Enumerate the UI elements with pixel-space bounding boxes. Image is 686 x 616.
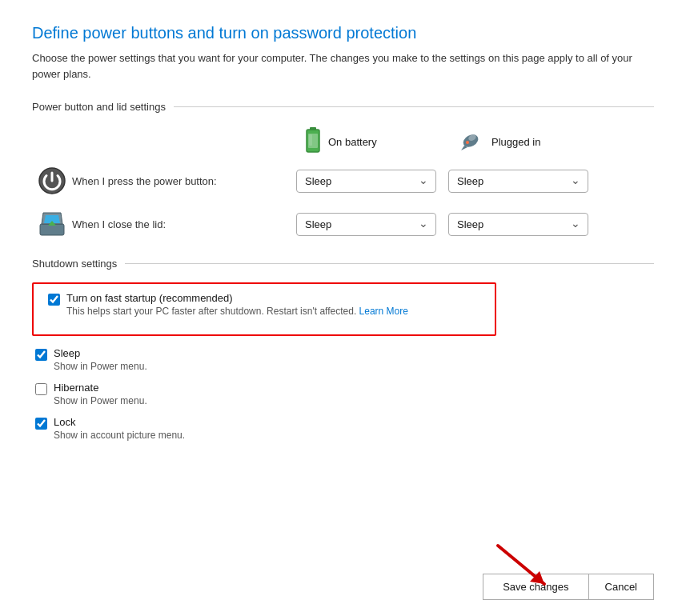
hibernate-row: Hibernate Show in Power menu. <box>32 382 654 406</box>
lid-battery-select-wrap[interactable]: Do nothing Sleep Hibernate Shut down Tur… <box>296 213 436 236</box>
lock-row: Lock Show in account picture menu. <box>32 416 654 441</box>
fast-startup-label-group: Turn on fast startup (recommended) This … <box>66 292 408 317</box>
lock-label[interactable]: Lock <box>54 416 185 428</box>
power-battery-select[interactable]: Do nothing Sleep Hibernate Shut down Tur… <box>296 170 436 193</box>
section1-label: Power button and lid settings <box>32 101 174 113</box>
lid-row: When I close the lid: Do nothing Sleep H… <box>32 210 654 238</box>
col-battery: On battery <box>304 126 456 158</box>
col-plugged-label: Plugged in <box>491 136 540 148</box>
fast-startup-row: Turn on fast startup (recommended) This … <box>45 292 483 317</box>
lock-checkbox[interactable] <box>35 418 47 430</box>
cancel-button[interactable]: Cancel <box>589 574 654 600</box>
svg-rect-1 <box>310 127 316 130</box>
section2-line <box>125 263 654 264</box>
sleep-row: Sleep Show in Power menu. <box>32 347 654 372</box>
learn-more-link[interactable]: Learn More <box>359 306 408 317</box>
lid-battery-select[interactable]: Do nothing Sleep Hibernate Shut down Tur… <box>296 213 436 236</box>
page-description: Choose the power settings that you want … <box>32 50 640 82</box>
fast-startup-checkbox[interactable] <box>48 294 60 306</box>
sleep-checkbox[interactable] <box>35 349 47 361</box>
save-button[interactable]: Save changes <box>483 574 588 600</box>
hibernate-label-group: Hibernate Show in Power menu. <box>54 382 147 406</box>
sleep-label-group: Sleep Show in Power menu. <box>54 347 147 372</box>
sleep-sublabel: Show in Power menu. <box>54 361 147 372</box>
col-plugged: Plugged in <box>456 130 608 154</box>
svg-rect-9 <box>40 224 64 235</box>
hibernate-label[interactable]: Hibernate <box>54 382 147 394</box>
sleep-label[interactable]: Sleep <box>54 347 147 359</box>
bottom-bar: Save changes Cancel <box>483 574 654 600</box>
fast-startup-sublabel: This helps start your PC faster after sh… <box>66 306 408 317</box>
power-plugged-select-wrap[interactable]: Do nothing Sleep Hibernate Shut down Tur… <box>448 170 588 193</box>
column-headers: On battery Plugged in <box>304 126 654 158</box>
lid-icon-wrap <box>32 210 72 238</box>
lid-plugged-select[interactable]: Do nothing Sleep Hibernate Shut down Tur… <box>448 213 588 236</box>
hibernate-sublabel: Show in Power menu. <box>54 395 147 406</box>
fast-startup-label[interactable]: Turn on fast startup (recommended) <box>66 292 408 304</box>
section1-line <box>174 106 654 107</box>
lid-label: When I close the lid: <box>72 218 296 230</box>
battery-icon <box>304 126 322 158</box>
fast-startup-box: Turn on fast startup (recommended) This … <box>32 282 496 336</box>
svg-rect-3 <box>309 134 312 146</box>
lock-label-group: Lock Show in account picture menu. <box>54 416 185 441</box>
shutdown-section: Shutdown settings Turn on fast startup (… <box>32 258 654 441</box>
page-title: Define power buttons and turn on passwor… <box>32 24 654 42</box>
col-battery-label: On battery <box>328 136 377 148</box>
section2-label: Shutdown settings <box>32 258 125 270</box>
svg-point-7 <box>466 141 469 144</box>
fast-startup-sublabel-text: This helps start your PC faster after sh… <box>66 306 356 317</box>
lid-plugged-select-wrap[interactable]: Do nothing Sleep Hibernate Shut down Tur… <box>448 213 588 236</box>
power-battery-select-wrap[interactable]: Do nothing Sleep Hibernate Shut down Tur… <box>296 170 436 193</box>
lid-icon <box>37 210 67 238</box>
hibernate-checkbox[interactable] <box>35 383 47 395</box>
power-button-icon-wrap <box>32 166 72 195</box>
plugged-icon <box>456 130 485 154</box>
section1-header: Power button and lid settings <box>32 101 654 113</box>
power-button-label: When I press the power button: <box>72 175 296 187</box>
lock-sublabel: Show in account picture menu. <box>54 430 185 441</box>
power-button-row: When I press the power button: Do nothin… <box>32 166 654 195</box>
section2-header: Shutdown settings <box>32 258 654 270</box>
power-plugged-select[interactable]: Do nothing Sleep Hibernate Shut down Tur… <box>448 170 588 193</box>
power-icon <box>38 166 66 195</box>
